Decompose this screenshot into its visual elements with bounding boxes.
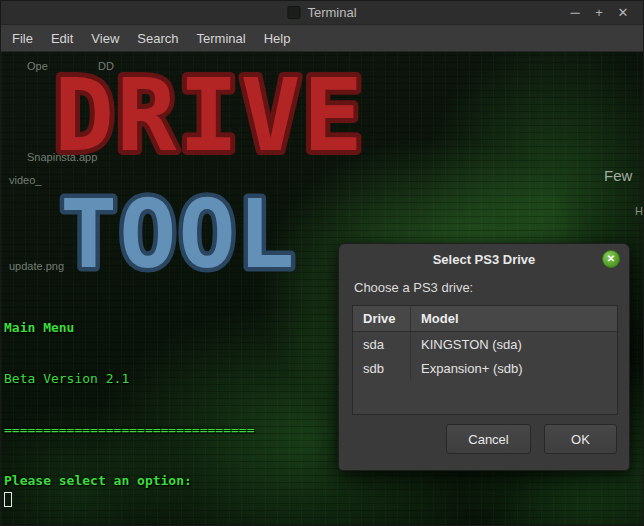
menu-edit[interactable]: Edit (42, 25, 82, 52)
window-controls: ─ + ✕ (563, 1, 643, 25)
cell-model: Expansion+ (sdb) (411, 356, 617, 380)
cancel-button[interactable]: Cancel (446, 424, 531, 454)
drive-table: Drive Model sda KINGSTON (sda) sdb Expan… (352, 305, 618, 415)
window-title: Terminal (307, 5, 356, 20)
ok-button[interactable]: OK (544, 424, 617, 454)
column-header-drive: Drive (353, 306, 411, 331)
minimize-button[interactable]: ─ (563, 1, 587, 25)
dialog-title: Select PS3 Drive (433, 252, 536, 267)
terminal-line: ================================ (4, 421, 294, 438)
column-header-model: Model (411, 306, 617, 331)
dialog-titlebar[interactable]: Select PS3 Drive ✕ (339, 244, 629, 274)
menubar: File Edit View Search Terminal Help (1, 25, 643, 52)
table-row-sda[interactable]: sda KINGSTON (sda) (353, 332, 617, 356)
bg-desktop-label: Ope (27, 60, 48, 72)
terminal-line: Please select an option: (4, 472, 294, 489)
bg-desktop-label: Few (604, 167, 632, 184)
table-row-sdb[interactable]: sdb Expansion+ (sdb) (353, 356, 617, 380)
terminal-line: Main Menu (4, 319, 294, 336)
terminal-screen[interactable]: Ope DD Snapinsta.app video_ Few update.p… (1, 52, 643, 525)
tool-art-text: TOOL (60, 179, 297, 289)
bg-desktop-label: video_ (9, 174, 41, 186)
tool-art: TOOL (57, 177, 317, 289)
terminal-output: Main Menu Beta Version 2.1 =============… (4, 285, 294, 525)
bg-desktop-label: Snapinsta.app (27, 151, 97, 163)
drive-table-header: Drive Model (353, 306, 617, 332)
terminal-line: 1 Mount PS3 Hard Drive (4, 523, 294, 525)
terminal-window: Terminal ─ + ✕ File Edit View Search Ter… (0, 0, 644, 526)
cell-drive: sdb (353, 356, 411, 380)
menu-file[interactable]: File (3, 25, 42, 52)
cell-drive: sda (353, 332, 411, 356)
terminal-cursor (4, 492, 12, 507)
cell-model: KINGSTON (sda) (411, 332, 617, 356)
titlebar-title-group: Terminal (287, 5, 356, 20)
terminal-line: Beta Version 2.1 (4, 370, 294, 387)
drive-art: DRIVE (51, 56, 371, 174)
menu-help[interactable]: Help (255, 25, 300, 52)
bg-desktop-label: update.png (9, 260, 64, 272)
bg-desktop-label: DD (98, 60, 114, 72)
menu-search[interactable]: Search (128, 25, 187, 52)
titlebar[interactable]: Terminal ─ + ✕ (1, 1, 643, 25)
terminal-app-icon (287, 6, 300, 19)
dialog-prompt: Choose a PS3 drive: (354, 280, 473, 295)
dialog-close-icon[interactable]: ✕ (602, 250, 620, 268)
maximize-button[interactable]: + (587, 1, 611, 25)
menu-view[interactable]: View (82, 25, 128, 52)
close-button[interactable]: ✕ (611, 1, 635, 25)
dialog-buttons: Cancel OK (446, 424, 617, 454)
select-ps3-drive-dialog: Select PS3 Drive ✕ Choose a PS3 drive: D… (338, 243, 630, 471)
bg-desktop-label: H (635, 205, 643, 217)
menu-terminal[interactable]: Terminal (188, 25, 255, 52)
drive-art-text: DRIVE (54, 57, 365, 174)
